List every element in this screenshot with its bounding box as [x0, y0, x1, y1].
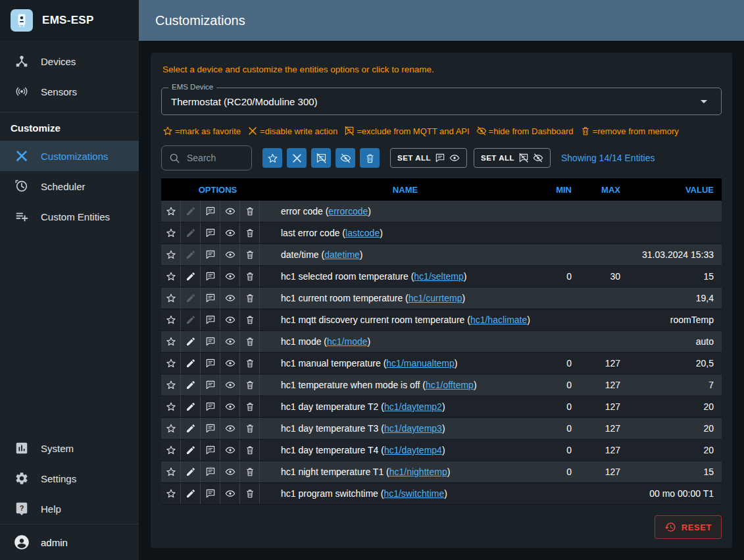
favorite-toggle[interactable] [161, 222, 181, 243]
edit-button[interactable] [181, 331, 201, 352]
visibility-toggle[interactable] [220, 483, 240, 504]
mqtt-exclude-toggle[interactable] [201, 331, 220, 352]
favorite-toggle[interactable] [161, 440, 181, 461]
visibility-toggle[interactable] [220, 288, 240, 309]
mqtt-exclude-toggle[interactable] [201, 266, 220, 287]
edit-button[interactable] [181, 374, 201, 395]
delete-button[interactable] [240, 461, 260, 482]
entity-tag-link[interactable]: hc1/daytemp2 [384, 401, 442, 412]
entity-name[interactable]: hc1 temperature when mode is off (hc1/of… [274, 374, 536, 396]
delete-button[interactable] [240, 201, 260, 222]
entity-tag-link[interactable]: hc1/daytemp4 [384, 445, 442, 455]
delete-button[interactable] [240, 374, 260, 395]
edit-button[interactable] [181, 461, 201, 482]
delete-button[interactable] [240, 396, 260, 417]
sidebar-item-help[interactable]: ? Help [0, 494, 139, 524]
delete-button[interactable] [240, 309, 260, 330]
bulk-delete-button[interactable] [360, 148, 380, 168]
favorite-toggle[interactable] [161, 374, 181, 395]
mqtt-exclude-toggle[interactable] [201, 396, 220, 417]
set-all-exclude-button[interactable]: SET ALL [474, 148, 551, 168]
visibility-toggle[interactable] [220, 201, 240, 222]
sidebar-item-sensors[interactable]: Sensors [0, 76, 139, 107]
delete-button[interactable] [240, 353, 260, 374]
mqtt-exclude-toggle[interactable] [201, 483, 220, 504]
visibility-toggle[interactable] [220, 266, 240, 287]
delete-button[interactable] [240, 418, 260, 439]
sidebar-item-devices[interactable]: Devices [0, 46, 139, 76]
sidebar-item-custom-entities[interactable]: Custom Entities [0, 201, 139, 232]
favorite-toggle[interactable] [161, 353, 181, 374]
edit-button[interactable] [181, 418, 201, 439]
bulk-hide-button[interactable] [335, 148, 355, 168]
delete-button[interactable] [240, 222, 260, 243]
sidebar-item-scheduler[interactable]: Scheduler [0, 171, 139, 201]
sidebar-item-system[interactable]: System [0, 433, 139, 463]
mqtt-exclude-toggle[interactable] [201, 222, 220, 243]
visibility-toggle[interactable] [220, 461, 240, 482]
set-all-include-button[interactable]: SET ALL [390, 148, 467, 168]
bulk-favorite-button[interactable] [262, 148, 282, 168]
sidebar-item-admin[interactable]: admin [0, 524, 139, 560]
delete-button[interactable] [240, 331, 260, 352]
entity-tag-link[interactable]: hc1/nighttemp [389, 467, 447, 477]
mqtt-exclude-toggle[interactable] [201, 201, 220, 222]
entity-tag-link[interactable]: datetime [324, 249, 360, 260]
mqtt-exclude-toggle[interactable] [201, 461, 220, 482]
visibility-toggle[interactable] [220, 418, 240, 439]
entity-name[interactable]: hc1 manual temperature (hc1/manualtemp) [274, 353, 536, 374]
entity-name[interactable]: hc1 night temperature T1 (hc1/nighttemp) [274, 461, 536, 483]
delete-button[interactable] [240, 440, 260, 461]
edit-button[interactable] [181, 266, 201, 287]
search-box[interactable] [161, 145, 252, 170]
favorite-toggle[interactable] [161, 396, 181, 417]
entity-tag-link[interactable]: hc1/haclimate [470, 315, 527, 325]
entity-tag-link[interactable]: hc1/offtemp [426, 380, 474, 390]
favorite-toggle[interactable] [161, 461, 181, 482]
favorite-toggle[interactable] [161, 266, 181, 287]
entity-name[interactable]: date/time (datetime) [274, 244, 536, 266]
entity-tag-link[interactable]: errorcode [328, 206, 368, 216]
sidebar-item-settings[interactable]: Settings [0, 463, 139, 494]
bulk-exclude-mqtt-button[interactable] [311, 148, 331, 168]
entity-tag-link[interactable]: lastcode [345, 228, 380, 238]
mqtt-exclude-toggle[interactable] [201, 288, 220, 309]
mqtt-exclude-toggle[interactable] [201, 440, 220, 461]
favorite-toggle[interactable] [161, 483, 181, 504]
entity-tag-link[interactable]: hc1/currtemp [409, 293, 462, 303]
visibility-toggle[interactable] [220, 440, 240, 461]
sidebar-item-customizations[interactable]: Customizations [0, 141, 139, 171]
visibility-toggle[interactable] [220, 374, 240, 395]
visibility-toggle[interactable] [220, 309, 240, 330]
mqtt-exclude-toggle[interactable] [201, 309, 220, 330]
favorite-toggle[interactable] [161, 331, 181, 352]
favorite-toggle[interactable] [161, 309, 181, 330]
entity-name[interactable]: hc1 day temperature T2 (hc1/daytemp2) [274, 396, 536, 418]
bulk-disable-write-button[interactable] [287, 148, 307, 168]
favorite-toggle[interactable] [161, 418, 181, 439]
favorite-toggle[interactable] [161, 244, 181, 265]
entity-name[interactable]: hc1 program switchtime (hc1/switchtime) [274, 483, 536, 505]
entity-name[interactable]: hc1 day temperature T3 (hc1/daytemp3) [274, 418, 536, 440]
favorite-toggle[interactable] [161, 288, 181, 309]
visibility-toggle[interactable] [220, 331, 240, 352]
visibility-toggle[interactable] [220, 353, 240, 374]
mqtt-exclude-toggle[interactable] [201, 418, 220, 439]
visibility-toggle[interactable] [220, 244, 240, 265]
reset-button[interactable]: RESET [655, 515, 722, 539]
edit-button[interactable] [181, 440, 201, 461]
mqtt-exclude-toggle[interactable] [201, 244, 220, 265]
delete-button[interactable] [240, 244, 260, 265]
delete-button[interactable] [240, 288, 260, 309]
entity-tag-link[interactable]: hc1/switchtime [384, 488, 444, 499]
entity-name[interactable]: hc1 mode (hc1/mode) [274, 331, 536, 353]
entity-tag-link[interactable]: hc1/manualtemp [386, 358, 455, 369]
edit-button[interactable] [181, 353, 201, 374]
entity-name[interactable]: hc1 day temperature T4 (hc1/daytemp4) [274, 440, 536, 461]
entity-tag-link[interactable]: hc1/seltemp [414, 271, 463, 282]
ems-device-select[interactable]: EMS Device Thermostat (RC20/Moduline 300… [161, 88, 722, 115]
search-input[interactable] [186, 152, 244, 164]
edit-button[interactable] [181, 396, 201, 417]
delete-button[interactable] [240, 483, 260, 504]
visibility-toggle[interactable] [220, 222, 240, 243]
